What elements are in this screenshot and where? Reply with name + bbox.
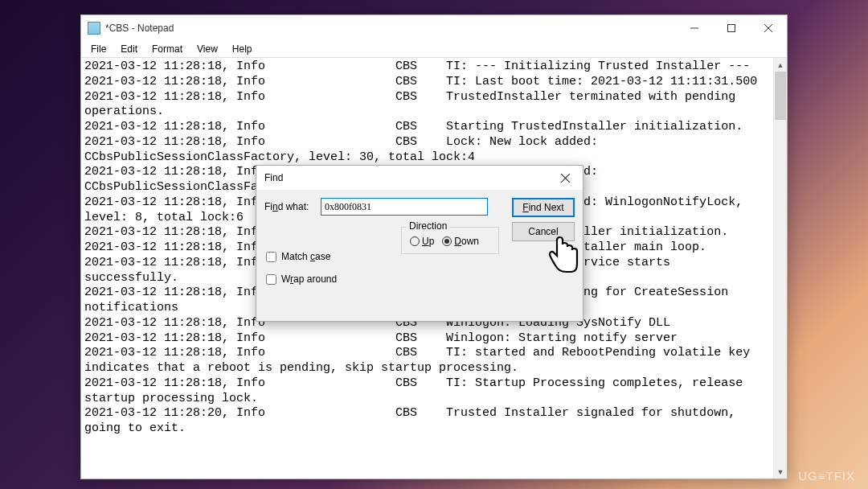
find-body: Find what: Find Next Cancel Match case W… (256, 190, 583, 321)
find-close-button[interactable] (551, 167, 579, 188)
menu-edit[interactable]: Edit (114, 42, 144, 56)
scroll-thumb[interactable] (775, 72, 786, 120)
titlebar: *CBS - Notepad (81, 15, 787, 41)
find-dialog: Find Find what: Find Next Cancel Match c… (256, 165, 583, 322)
scroll-down-arrow[interactable]: ▼ (774, 465, 787, 479)
maximize-button[interactable] (713, 15, 750, 41)
direction-group: Direction Up Down (401, 227, 499, 254)
scroll-up-arrow[interactable]: ▲ (774, 58, 787, 72)
close-icon (561, 174, 570, 183)
find-what-label: Find what: (264, 201, 314, 212)
menubar: File Edit Format View Help (81, 41, 787, 57)
svg-rect-1 (728, 25, 735, 32)
direction-up-radio[interactable]: Up (410, 236, 434, 247)
maximize-icon (727, 24, 735, 32)
up-label: Up (422, 236, 434, 247)
minimize-button[interactable] (676, 15, 713, 41)
radio-icon (442, 236, 452, 246)
close-icon (764, 24, 772, 32)
radio-icon (410, 236, 420, 246)
match-case-label: Match case (281, 251, 330, 262)
watermark: UG≡TFIX (798, 469, 855, 483)
menu-file[interactable]: File (84, 42, 113, 56)
wrap-around-checkbox[interactable] (266, 274, 276, 285)
notepad-icon (88, 22, 100, 35)
window-controls (676, 15, 787, 41)
menu-help[interactable]: Help (226, 42, 259, 56)
vertical-scrollbar[interactable]: ▲ ▼ (773, 58, 787, 479)
direction-down-radio[interactable]: Down (442, 236, 479, 247)
wrap-around-label: Wrap around (281, 273, 337, 285)
minimize-icon (690, 24, 698, 32)
cancel-button[interactable]: Cancel (512, 222, 575, 241)
direction-label: Direction (407, 220, 449, 232)
find-dialog-title: Find (264, 172, 551, 183)
menu-view[interactable]: View (190, 42, 224, 56)
window-title: *CBS - Notepad (105, 23, 676, 34)
find-next-button[interactable]: Find Next (512, 198, 575, 217)
find-what-input[interactable] (321, 198, 488, 216)
down-label: Down (454, 236, 479, 247)
find-titlebar: Find (256, 166, 583, 190)
match-case-checkbox[interactable] (266, 252, 276, 262)
close-button[interactable] (750, 15, 787, 41)
menu-format[interactable]: Format (145, 42, 189, 56)
